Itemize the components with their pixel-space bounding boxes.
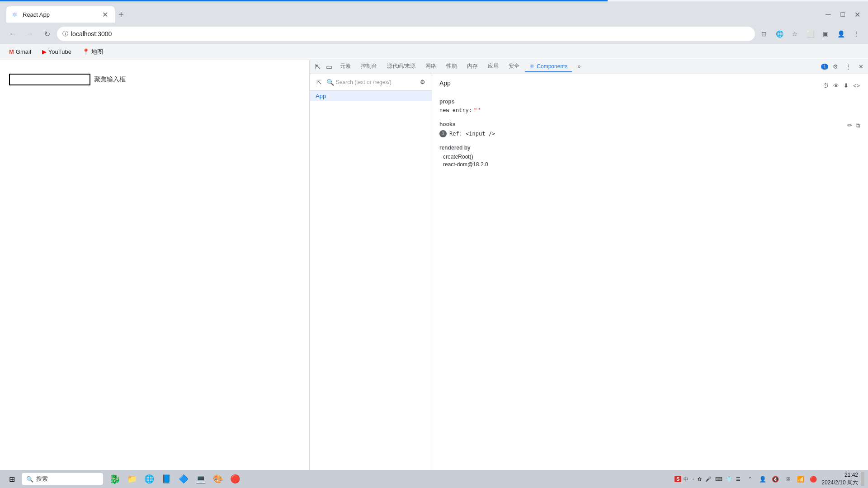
youtube-icon: ▶ [42,48,47,55]
reload-button[interactable]: ↻ [40,27,54,41]
tab-console[interactable]: 控制台 [356,61,382,73]
back-button[interactable]: ← [5,27,20,41]
detail-inspect-icon[interactable]: ⬇ [843,81,849,90]
tree-search-input[interactable] [336,79,415,85]
tab-title: React App [23,11,100,18]
rendered-by-item-1: react-dom@18.2.0 [439,161,861,168]
show-desktop-btn[interactable] [861,472,864,486]
tab-more[interactable]: » [573,61,585,72]
tray-icon5[interactable]: 🔴 [808,474,819,484]
rendered-by-item-0: createRoot() [439,154,861,160]
new-tab-button[interactable]: + [115,8,127,22]
tab-components[interactable]: ⚛ Components [525,61,572,72]
tab-performance[interactable]: 性能 [442,61,462,73]
profile-button[interactable]: 👤 [835,28,847,40]
bookmark-maps-label: 地图 [91,48,103,56]
ime-shirt: 👕 [725,476,734,483]
devtools-settings-btn[interactable]: ⚙ [830,61,841,72]
search-icon: 🔍 [326,79,334,86]
taskbar-search[interactable]: 🔍 搜索 [22,473,103,485]
taskbar-clock[interactable]: 21:42 2024/2/10 周六 [821,471,858,487]
components-panel: ⇱ 🔍 ⚙ App App [310,74,868,471]
tab-elements[interactable]: 元素 [335,61,355,73]
minimize-button[interactable]: ─ [822,8,835,21]
bookmark-maps[interactable]: 📍 地图 [79,47,107,57]
props-section: props new entry: "" [439,99,861,114]
menu-button[interactable]: ⋮ [850,28,863,40]
tray-network[interactable]: 📶 [795,474,806,484]
extensions-button[interactable]: ⬜ [804,28,816,40]
devtools-more-btn[interactable]: ⋮ [843,61,854,72]
taskbar-item-app3[interactable]: 🔷 [175,471,192,487]
bookmark-youtube[interactable]: ▶ YouTube [38,47,75,56]
hooks-section: hooks ✏ ⧉ 1 Ref: <input /> [439,121,861,137]
taskbar-item-edge[interactable]: 🌐 [141,471,157,487]
taskbar: ⊞ 🔍 搜索 🐉 📁 🌐 📘 🔷 💻 🎨 🔴 S 中 ◦ ✿ 🎤 ⌨ [0,470,868,488]
focus-input[interactable] [9,74,90,85]
taskbar-item-vscode[interactable]: 💻 [193,471,209,487]
hooks-copy-icon[interactable]: ⧉ [855,121,861,130]
tab-application[interactable]: 应用 [483,61,503,73]
ime-flower[interactable]: ✿ [696,476,703,483]
ime-mic[interactable]: 🎤 [704,476,713,483]
devtools-device-btn[interactable]: ▭ [324,61,335,72]
detail-eye-icon[interactable]: 👁 [832,81,840,90]
main-area: 聚焦输入框 ⇱ ▭ 元素 控制台 源代码/来源 网络 性能 内存 应用 安全 ⚛… [0,60,868,471]
rendered-by-title: rendered by [439,145,861,151]
tab-security[interactable]: 安全 [504,61,524,73]
clock-time: 21:42 [821,471,858,479]
sidebar-button[interactable]: ▣ [819,28,832,40]
tray-up-btn[interactable]: ⌃ [745,474,755,484]
tab-components-label: Components [537,63,567,70]
devtools-inspect-btn[interactable]: ⇱ [312,61,323,72]
search-label: 搜索 [36,475,48,483]
taskbar-item-chrome[interactable]: 🎨 [210,471,226,487]
maximize-button[interactable]: □ [836,8,849,21]
tray-icon2[interactable]: 🔇 [770,474,781,484]
address-input-wrap[interactable]: ⓘ localhost:3000 [57,27,755,41]
components-tab-icon: ⚛ [529,63,535,70]
ime-keyboard[interactable]: ⌨ [714,476,724,483]
taskbar-item-files[interactable]: 📁 [124,471,140,487]
detail-timer-icon[interactable]: ⏱ [822,81,830,90]
tab-sources[interactable]: 源代码/来源 [382,61,420,73]
browser-tab[interactable]: ⚛ React App ✕ [6,6,115,23]
bookmark-gmail[interactable]: M Gmail [5,47,35,56]
tray-icon3[interactable]: 🖥 [783,474,793,484]
taskbar-item-app4[interactable]: 🔴 [227,471,243,487]
tab-network[interactable]: 网络 [421,61,441,73]
cast-button[interactable]: ⊡ [758,28,770,40]
forward-button[interactable]: → [23,27,37,41]
address-bar: ← → ↻ ⓘ localhost:3000 ⊡ 🌐 ☆ ⬜ ▣ 👤 ⋮ [0,24,868,44]
ime-menu[interactable]: ☰ [735,476,742,483]
bookmark-button[interactable]: ☆ [788,28,801,40]
tray-icon1[interactable]: 👤 [757,474,768,484]
focus-label: 聚焦输入框 [94,75,126,84]
close-window-button[interactable]: ✕ [851,8,863,21]
details-component-name: App [439,80,451,87]
tree-search-settings[interactable]: ⚙ [417,77,428,88]
tab-memory[interactable]: 内存 [462,61,482,73]
tab-close-button[interactable]: ✕ [100,10,109,19]
gmail-icon: M [9,48,14,55]
tree-content: App [310,91,432,471]
taskbar-item-app2[interactable]: 📘 [158,471,175,487]
bookmarks-bar: M Gmail ▶ YouTube 📍 地图 [0,44,868,60]
tree-inspect-icon[interactable]: ⇱ [314,77,325,88]
ime-dot: ◦ [691,476,695,482]
detail-source-icon[interactable]: <> [852,81,861,90]
props-value: "" [474,108,480,114]
translate-button[interactable]: 🌐 [773,28,786,40]
hooks-edit-icon[interactable]: ✏ [846,121,853,130]
taskbar-item-dragon[interactable]: 🐉 [107,471,123,487]
devtools-panel: ⇱ ▭ 元素 控制台 源代码/来源 网络 性能 内存 应用 安全 ⚛ Compo… [310,60,868,471]
details-panel: App ⏱ 👁 ⬇ <> props new entry: [432,74,868,471]
search-icon: 🔍 [26,476,33,483]
devtools-close-btn[interactable]: ✕ [855,61,866,72]
tree-item-app[interactable]: App [310,91,432,101]
tree-panel: ⇱ 🔍 ⚙ App [310,74,432,471]
lock-icon: ⓘ [62,30,68,38]
start-button[interactable]: ⊞ [4,472,20,486]
hook-text: Ref: <input /> [449,131,495,137]
ime-zh[interactable]: 中 [682,475,690,483]
